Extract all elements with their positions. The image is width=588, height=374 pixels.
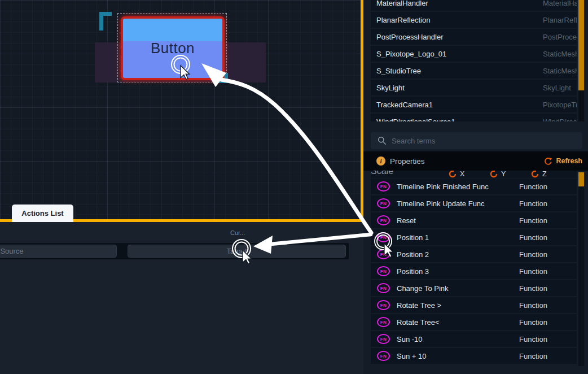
function-row-position-1[interactable]: FN Position 1 Function	[371, 229, 577, 245]
refresh-icon	[544, 157, 552, 166]
scale-axis-x[interactable]: X	[449, 171, 464, 178]
actor-row[interactable]: PostProcessHandler PostProcessH...	[371, 29, 577, 45]
refresh-label: Refresh	[556, 157, 582, 165]
function-row[interactable]: FN Change To Pink Function	[371, 280, 577, 296]
function-name: Timeline Pink Update Func	[397, 199, 485, 208]
search-icon	[378, 136, 387, 145]
fn-badge-icon[interactable]: FN	[377, 232, 390, 242]
scale-property-row-clipped[interactable]: Scale X Y Z	[371, 171, 577, 178]
actor-name: S_StudioTree	[376, 67, 421, 75]
fn-badge-icon[interactable]: FN	[377, 181, 390, 192]
actor-type: PlanarReflecti...	[543, 16, 577, 24]
fn-badge-icon[interactable]: FN	[377, 317, 390, 327]
search-box[interactable]	[371, 132, 582, 149]
actor-row[interactable]: S_Pixotope_Logo_01 StaticMeshAc...	[371, 46, 577, 62]
function-type: Function	[519, 182, 547, 191]
fn-badge-icon[interactable]: FN	[377, 283, 390, 293]
function-type: Function	[519, 335, 547, 343]
function-type: Function	[519, 267, 547, 276]
reset-icon	[531, 171, 539, 178]
function-row[interactable]: FN Position 2 Function	[371, 246, 577, 262]
actor-name: TrackedCamera1	[376, 101, 433, 109]
function-type: Function	[519, 199, 547, 208]
selection-bracket-bottomright-icon	[218, 73, 228, 83]
actor-type: SkyLight	[543, 84, 571, 92]
canvas-button-widget[interactable]: Button	[121, 16, 225, 80]
fn-badge-icon[interactable]: FN	[377, 215, 390, 225]
function-row[interactable]: FN Rotate Tree< Function	[371, 314, 577, 330]
actor-row[interactable]: MaterialHandler MaterialHandl...	[371, 0, 577, 11]
function-row[interactable]: FN Position 3 Function	[371, 263, 577, 279]
function-name: Sun -10	[397, 335, 423, 343]
function-row[interactable]: FN Sun -10 Function	[371, 331, 577, 347]
function-type: Function	[519, 318, 547, 327]
search-input[interactable]	[392, 137, 582, 145]
function-row[interactable]: FN Rotate Tree > Function	[371, 297, 577, 313]
function-name: Position 1	[397, 233, 429, 242]
actor-name: S_Pixotope_Logo_01	[376, 50, 446, 58]
tab-actions-list[interactable]: Actions List	[12, 205, 73, 222]
actor-row[interactable]: TrackedCamera1 PixotopeTrack...	[371, 97, 577, 112]
function-name: Change To Pink	[397, 284, 449, 293]
fn-badge-icon[interactable]: FN	[377, 351, 390, 361]
function-type: Function	[519, 284, 547, 293]
function-type: Function	[519, 301, 547, 310]
refresh-button[interactable]: Refresh	[544, 157, 582, 166]
actor-list-scrollbar[interactable]	[578, 0, 584, 121]
actor-type: MaterialHandl...	[543, 0, 577, 7]
scrollbar-thumb[interactable]	[578, 0, 584, 90]
function-type: Function	[519, 216, 547, 225]
axis-letter: Z	[542, 171, 547, 178]
canvas-viewport[interactable]: Button	[0, 0, 363, 222]
actor-name: PostProcessHandler	[376, 33, 444, 41]
properties-header: i Properties Refresh	[363, 151, 588, 171]
actor-name: WindDirectionalSource1	[376, 118, 455, 122]
selection-bracket-topleft-icon	[99, 12, 112, 31]
actor-name: PlanarReflection	[376, 16, 430, 24]
actor-row[interactable]: WindDirectionalSource1 WindDirectiona...	[371, 114, 577, 121]
reset-icon	[449, 171, 457, 178]
function-type: Function	[519, 233, 547, 242]
actor-type: WindDirectiona...	[543, 118, 577, 122]
axis-letter: Y	[501, 171, 506, 178]
properties-scrollbar[interactable]	[578, 172, 584, 366]
function-row[interactable]: FN Sun + 10 Function	[371, 348, 577, 364]
function-type: Function	[519, 352, 547, 360]
fn-badge-icon[interactable]: FN	[377, 334, 390, 344]
function-name: Rotate Tree >	[397, 301, 441, 310]
scale-axis-y[interactable]: Y	[490, 171, 506, 178]
function-list: FN Timeline Pink Finished Func Function …	[371, 179, 577, 365]
function-row[interactable]: FN Timeline Pink Finished Func Function	[371, 179, 577, 194]
target-input[interactable]	[128, 245, 346, 258]
function-name: Reset	[397, 216, 416, 225]
fn-badge-icon[interactable]: FN	[377, 300, 390, 310]
target-column-label: Cur...	[230, 229, 245, 236]
function-row[interactable]: FN Reset Function	[371, 212, 577, 228]
actor-row[interactable]: PlanarReflection PlanarReflecti...	[371, 12, 577, 28]
actor-type: StaticMeshAc...	[543, 67, 577, 75]
actor-type: PostProcessH...	[543, 33, 577, 41]
actor-list: MaterialHandler MaterialHandl... PlanarR…	[371, 0, 577, 121]
function-name: Position 3	[397, 267, 429, 276]
function-name: Position 2	[397, 250, 429, 259]
actor-type: PixotopeTrack...	[543, 101, 577, 109]
actor-row[interactable]: SkyLight SkyLight	[371, 80, 577, 95]
scale-axis-z[interactable]: Z	[531, 171, 547, 178]
scrollbar-thumb[interactable]	[578, 172, 584, 186]
actor-name: SkyLight	[376, 84, 405, 92]
reset-icon	[490, 171, 498, 178]
function-name: Rotate Tree<	[397, 318, 440, 327]
info-icon: i	[376, 156, 385, 166]
fn-badge-icon[interactable]: FN	[377, 198, 390, 208]
source-input[interactable]	[0, 245, 117, 258]
actor-type: StaticMeshAc...	[543, 50, 577, 58]
fn-badge-icon[interactable]: FN	[377, 249, 390, 259]
actor-row[interactable]: S_StudioTree StaticMeshAc...	[371, 63, 577, 79]
function-name: Timeline Pink Finished Func	[397, 182, 489, 191]
fn-badge-icon[interactable]: FN	[377, 266, 390, 276]
function-name: Sun + 10	[397, 352, 426, 360]
axis-letter: X	[460, 171, 464, 178]
scale-label: Scale	[371, 171, 393, 176]
actor-name: MaterialHandler	[376, 0, 428, 7]
function-row[interactable]: FN Timeline Pink Update Func Function	[371, 195, 577, 211]
